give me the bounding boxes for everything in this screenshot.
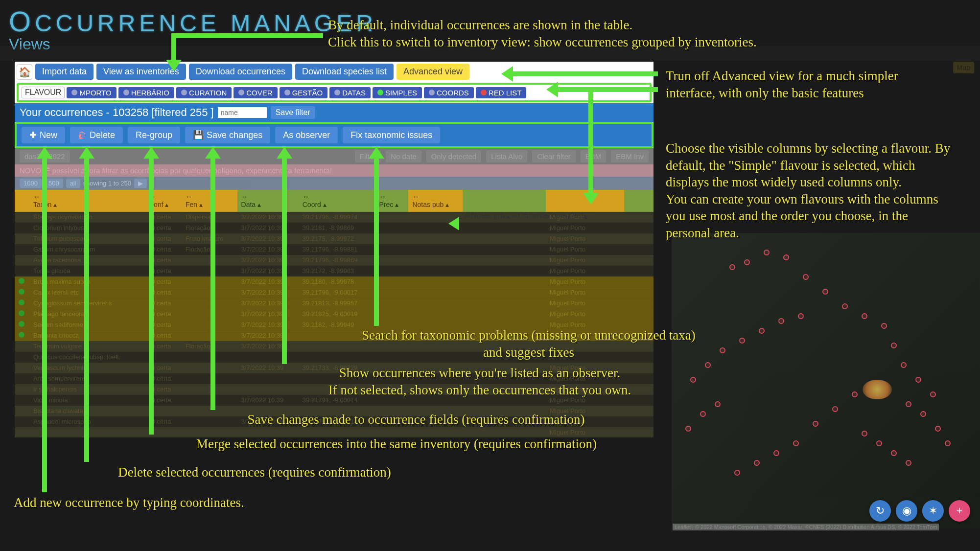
map-point[interactable] (720, 347, 725, 353)
map-point[interactable] (915, 377, 921, 383)
trash-icon: 🗑 (78, 130, 87, 140)
pagination-bar: 1000 500 all showing 1 to 250 ▶ (15, 177, 653, 190)
occurrences-title: Your occurrences - 103258 [filtered 255 … (20, 106, 214, 119)
import-button[interactable]: Import data (35, 64, 93, 80)
map-point[interactable] (700, 411, 706, 417)
save-icon: 💾 (193, 130, 204, 140)
anno-inventory-view: By default, individual occurrences are s… (328, 17, 896, 50)
download-occurrences-button[interactable]: Download occurrences (189, 64, 292, 80)
map-point[interactable] (930, 391, 936, 397)
col-prec[interactable]: ↔Prec ▴ (375, 190, 409, 212)
fix-taxonomic-button[interactable]: Fix taxonomic issues (343, 127, 440, 143)
play-icon[interactable]: ▶ (134, 179, 147, 188)
save-changes-button[interactable]: 💾Save changes (185, 127, 270, 143)
map-point[interactable] (705, 362, 711, 368)
map-point[interactable] (778, 318, 784, 324)
flavour-chip-curation[interactable]: CURATION (176, 87, 232, 98)
table-row[interactable]: Avena racemosaID certa3/7/2022 10:3939.2… (15, 255, 653, 266)
map-point[interactable] (862, 431, 867, 436)
save-filter-button[interactable]: Save filter (271, 106, 315, 119)
map-panel[interactable] (672, 233, 980, 528)
map-point[interactable] (764, 250, 770, 255)
map-point[interactable] (852, 391, 858, 397)
anno-fix: Search for taxonomic problems (missing o… (357, 327, 700, 361)
filter-strip: das3/7/2022 Filter No date Only detected… (15, 148, 653, 164)
map-point[interactable] (729, 264, 735, 270)
plus-icon: ✚ (29, 130, 37, 140)
new-button[interactable]: ✚New (22, 127, 65, 143)
home-icon[interactable]: 🏠 (17, 64, 32, 80)
anno-new: Add new occurrence by typing coordinates… (14, 494, 317, 511)
map-point[interactable] (754, 460, 760, 466)
map-btn-2[interactable]: ◉ (896, 500, 917, 522)
anno-flavours: Choose the visible columns by selecting … (666, 140, 955, 241)
map-point[interactable] (685, 426, 691, 432)
map-credit: Leaflet | © 2022 Microsoft Corporation, … (673, 524, 939, 530)
table-body: Stachys ocymastrumID certaDispersão3/7/2… (15, 212, 653, 438)
flavour-chip-simples[interactable]: SIMPLES (373, 87, 422, 98)
filter-name-input[interactable] (218, 107, 267, 118)
map-point[interactable] (798, 313, 804, 319)
table-row[interactable]: Galium chrysocarpumID certaFloração3/7/2… (15, 244, 653, 255)
table-row[interactable]: Plantago lanceolataID certa3/7/2022 10:3… (15, 309, 653, 320)
action-bar: ✚New 🗑Delete Re-group 💾Save changes As o… (15, 122, 653, 148)
map-point[interactable] (734, 470, 740, 476)
regroup-button[interactable]: Re-group (128, 127, 180, 143)
map-point[interactable] (773, 450, 779, 456)
map-point[interactable] (945, 440, 951, 446)
map-point[interactable] (832, 406, 838, 412)
flavour-chip-datas[interactable]: DATAS (329, 87, 371, 98)
map-point[interactable] (715, 401, 721, 407)
map-point[interactable] (842, 303, 848, 309)
map-point[interactable] (862, 313, 867, 319)
map-point[interactable] (881, 323, 887, 329)
map-point[interactable] (813, 421, 818, 427)
delete-button[interactable]: 🗑Delete (70, 127, 123, 143)
map-btn-1[interactable]: ↻ (869, 500, 891, 522)
col-coord[interactable]: ↔Coord ▴ (299, 190, 375, 212)
anno-delete: Delete selected occurrences (requires co… (69, 464, 441, 481)
map-point[interactable] (935, 426, 941, 432)
map-point[interactable] (744, 259, 750, 265)
flavour-chip-herbario[interactable]: HERBÁRIO (118, 87, 174, 98)
flavour-chip-mporto[interactable]: MPORTO (67, 87, 116, 98)
flavour-chip-redlist[interactable]: RED LIST (476, 87, 527, 98)
map-point[interactable] (739, 338, 745, 344)
col-notaspub[interactable]: ↔Notas pub ▴ (408, 190, 463, 212)
map-point[interactable] (906, 401, 911, 407)
advanced-view-button[interactable]: Advanced view (397, 64, 469, 80)
split-column-headers: ↔Notas priv ▴ ↔Observadores ▴ Nat ▴ (463, 211, 587, 221)
table-row[interactable]: Carex leersii etcID certa3/7/2022 10:393… (15, 287, 653, 298)
map-point[interactable] (891, 450, 897, 456)
map-point[interactable] (793, 440, 799, 446)
flavour-chip-coords[interactable]: COORDS (424, 87, 474, 98)
map-point[interactable] (891, 343, 897, 348)
map-point[interactable] (822, 289, 828, 295)
map-point[interactable] (901, 362, 907, 368)
map-point[interactable] (759, 328, 765, 334)
table-row[interactable]: Torilis glaucaID certa3/7/2022 10:3939.2… (15, 266, 653, 276)
table-row[interactable]: Cynoglossum sempervirensID certa3/7/2022… (15, 298, 653, 309)
app-title: OCCURRENCE MANAGER (9, 5, 377, 38)
map-point[interactable] (920, 411, 926, 417)
download-species-button[interactable]: Download species list (295, 64, 394, 80)
table-row[interactable]: Cichorium intybusID certaFloração3/7/202… (15, 223, 653, 233)
anno-save: Save changes made to occurrence fields (… (191, 411, 641, 428)
map-point[interactable] (690, 377, 696, 383)
map-point[interactable] (803, 274, 809, 280)
map-btn-3[interactable]: ✶ (922, 500, 944, 522)
map-point[interactable] (876, 440, 882, 446)
col-fen[interactable]: ↔Fen ▴ (182, 190, 237, 212)
flavour-chip-gestao[interactable]: GESTÃO (280, 87, 328, 98)
anno-observer: Show occurrences where you're listed as … (272, 365, 688, 398)
col-data[interactable]: ↔Data ▴ (237, 190, 299, 212)
map-point[interactable] (906, 460, 911, 466)
map-point[interactable] (783, 254, 789, 260)
table-row[interactable]: Briza maxima subspID certa3/7/2022 10:39… (15, 276, 653, 287)
flavour-label: FLAVOUR (22, 87, 65, 98)
table-row[interactable]: Trifolium pubescensID certaFruto imaturo… (15, 233, 653, 244)
occurrences-header: Your occurrences - 103258 [filtered 255 … (15, 103, 653, 122)
flavour-chip-cover[interactable]: COVER (233, 87, 277, 98)
as-observer-button[interactable]: As observer (275, 127, 338, 143)
map-add-button[interactable]: + (949, 500, 970, 522)
